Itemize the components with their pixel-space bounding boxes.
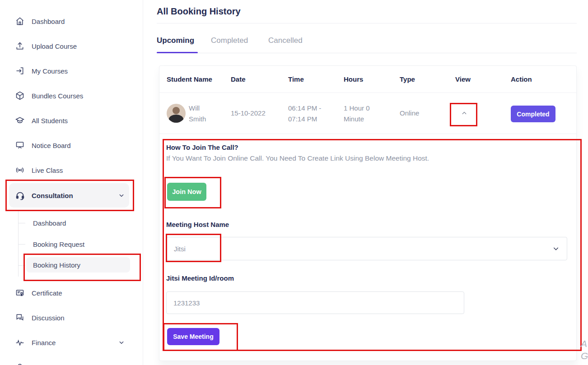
upload-icon: [15, 41, 25, 51]
pulse-icon: [15, 337, 25, 347]
sidebar-subitem-booking-request[interactable]: Booking Request: [26, 236, 130, 252]
sidebar-item-label: Discussion: [32, 314, 65, 322]
meeting-host-selected-value: Jitsi: [174, 245, 186, 253]
sidebar-item-label: Bundles Courses: [32, 92, 83, 100]
column-header-action: Action: [511, 75, 532, 83]
sidebar-item-notice-board[interactable]: Notice Board: [0, 137, 143, 153]
sidebar-item-profile[interactable]: Profile: [0, 359, 143, 365]
enter-icon: [15, 66, 25, 76]
column-header-type: Type: [400, 75, 415, 83]
sidebar-item-label: Consultation: [32, 192, 73, 199]
sidebar-item-finance[interactable]: Finance: [0, 334, 143, 351]
sidebar-item-my-courses[interactable]: My Courses: [0, 63, 143, 79]
sidebar-item-live-class[interactable]: Live Class: [0, 162, 143, 178]
meeting-id-input[interactable]: [166, 291, 464, 314]
headset-icon: [15, 190, 25, 200]
submenu-tick: [18, 223, 25, 223]
sidebar-item-label: My Courses: [32, 67, 68, 75]
corner-watermark: A G: [581, 337, 588, 362]
student-avatar: [167, 104, 186, 123]
sidebar: Dashboard Upload Course My Courses Bundl…: [0, 0, 143, 365]
tab-completed[interactable]: Completed: [211, 36, 248, 45]
table-header-row: Student Name Date Time Hours Type View A…: [159, 66, 576, 93]
box-icon: [15, 91, 25, 101]
sidebar-item-discussion[interactable]: Discussion: [0, 310, 143, 326]
sidebar-item-label: Dashboard: [32, 18, 65, 25]
join-now-button[interactable]: Join Now: [167, 183, 206, 201]
cell-type: Online: [400, 108, 419, 119]
meeting-host-label: Meeting Host Name: [166, 221, 229, 228]
submenu-item-label: Dashboard: [33, 219, 66, 227]
cell-date: 15-10-2022: [231, 108, 266, 119]
tabs-divider: [157, 53, 577, 53]
join-call-heading: How To Join The Call?: [166, 143, 238, 151]
sidebar-item-dashboard[interactable]: Dashboard: [0, 13, 143, 29]
meeting-host-select[interactable]: Jitsi: [166, 237, 567, 260]
page-title: All Booking History: [157, 6, 241, 17]
tab-cancelled[interactable]: Cancelled: [268, 36, 303, 45]
sidebar-subitem-booking-history[interactable]: Booking History: [26, 257, 130, 273]
cell-student-name: Will Smith: [189, 103, 212, 125]
save-meeting-button[interactable]: Save Meeting: [167, 328, 219, 345]
column-header-view: View: [455, 75, 471, 83]
collapse-row-chevron-up-icon[interactable]: [457, 107, 471, 119]
sidebar-item-upload-course[interactable]: Upload Course: [0, 38, 143, 54]
booking-table-card: Student Name Date Time Hours Type View A…: [159, 65, 577, 361]
table-row: Will Smith 15-10-2022 06:14 PM - 07:14 P…: [159, 93, 576, 134]
sidebar-item-label: All Students: [32, 117, 68, 125]
column-header-student-name: Student Name: [167, 75, 212, 83]
certificate-icon: [15, 288, 25, 298]
submenu-item-label: Booking History: [33, 261, 80, 269]
meeting-id-label: Jitsi Meeting Id/room: [166, 274, 234, 282]
submenu-tick: [18, 244, 25, 245]
sidebar-item-label: Profile: [32, 364, 51, 365]
chat-icon: [15, 313, 25, 323]
sidebar-item-label: Upload Course: [32, 42, 77, 50]
submenu-tick: [18, 265, 25, 266]
sidebar-item-bundles-courses[interactable]: Bundles Courses: [0, 88, 143, 104]
sidebar-item-certificate[interactable]: Certificate: [0, 285, 143, 301]
chevron-down-icon: [118, 192, 125, 199]
sidebar-item-label: Finance: [32, 339, 56, 347]
home-icon: [15, 16, 25, 26]
graduation-cap-icon: [15, 116, 25, 125]
cell-time: 06:14 PM - 07:14 PM: [288, 103, 331, 125]
chevron-down-icon: [552, 245, 560, 252]
column-header-hours: Hours: [344, 75, 363, 83]
sidebar-item-label: Notice Board: [32, 142, 71, 149]
column-header-time: Time: [288, 75, 304, 83]
sidebar-item-consultation[interactable]: Consultation: [0, 187, 143, 203]
sidebar-subitem-dashboard[interactable]: Dashboard: [26, 215, 130, 231]
title-divider: [157, 23, 577, 23]
sidebar-item-label: Certificate: [32, 289, 62, 297]
completed-status-button[interactable]: Completed: [511, 106, 555, 122]
submenu-item-label: Booking Request: [33, 240, 84, 248]
active-tab-underline: [157, 52, 198, 53]
sidebar-item-all-students[interactable]: All Students: [0, 112, 143, 129]
user-icon: [15, 362, 25, 365]
join-call-description: If You Want To Join Online Call. You Nee…: [166, 154, 429, 162]
tab-upcoming[interactable]: Upcoming: [157, 36, 194, 45]
column-header-date: Date: [231, 75, 246, 83]
submenu-connector-line: [18, 210, 19, 277]
cell-hours: 1 Hour 0 Minute: [344, 103, 380, 125]
chevron-down-icon: [118, 339, 125, 346]
broadcast-icon: [15, 165, 25, 175]
sidebar-item-label: Live Class: [32, 166, 63, 174]
presentation-board-icon: [15, 140, 25, 150]
booking-history-page: Dashboard Upload Course My Courses Bundl…: [0, 0, 588, 365]
